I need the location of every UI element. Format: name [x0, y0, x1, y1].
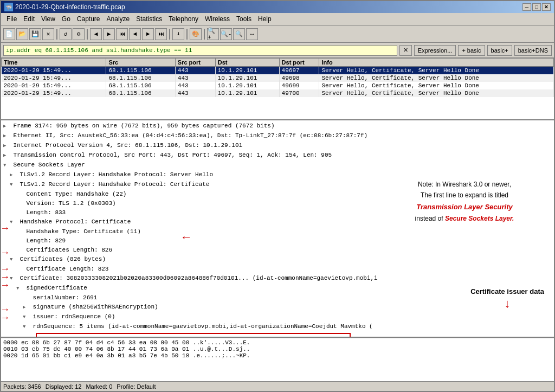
- cell-dst: 10.1.29.101: [215, 82, 279, 89]
- triangle-rdnsequence: ▼: [23, 323, 29, 331]
- close-button[interactable]: ✕: [542, 3, 551, 11]
- hex-content-3: 0020 1d 65 01 bb c1 e9 e4 0a 3b 01 a3 b5…: [3, 352, 250, 359]
- triangle-tls-cert: ▼: [10, 181, 16, 189]
- menu-statistics[interactable]: Statistics: [133, 14, 165, 24]
- expression-button[interactable]: Expression...: [414, 45, 456, 56]
- menu-go[interactable]: Go: [59, 14, 74, 24]
- table-row[interactable]: 2020-01-29 15:49... 68.1.115.106 443 10.…: [2, 74, 554, 82]
- basic-plus-dns-button[interactable]: basic+DNS: [514, 45, 552, 56]
- cell-src: 68.1.115.106: [106, 67, 175, 75]
- tls-server-hello-text: TLSv1.2 Record Layer: Handshake Protocol…: [20, 171, 213, 178]
- zoom-reset-button[interactable]: 🔍: [233, 28, 245, 40]
- col-info[interactable]: Info: [319, 59, 554, 67]
- zoom-out-button[interactable]: 🔍-: [220, 28, 232, 40]
- menu-tools[interactable]: Tools: [233, 14, 255, 24]
- triangle-frame: ▶: [3, 123, 10, 131]
- note-tls-label: Transmission Layer Security: [416, 203, 513, 211]
- triangle-issuer: ▼: [23, 313, 29, 322]
- menu-edit[interactable]: Edit: [20, 14, 38, 24]
- title-bar-buttons: ─ □ ✕: [522, 3, 551, 11]
- col-src-port[interactable]: Src port: [175, 59, 215, 67]
- minimize-button[interactable]: ─: [522, 3, 531, 11]
- toolbar-separator-5: [204, 29, 205, 40]
- filter-input[interactable]: [3, 45, 397, 56]
- forward-button[interactable]: ▶: [103, 28, 115, 40]
- status-bar: Packets: 3456 Displayed: 12 Marked: 0 Pr…: [1, 381, 554, 391]
- open-button[interactable]: 📂: [16, 28, 28, 40]
- autoscroll-button[interactable]: ⬇: [172, 28, 184, 40]
- signature-text: signature (sha256WithRSAEncryption): [33, 304, 158, 310]
- col-dst-port[interactable]: Dst port: [279, 59, 319, 67]
- rdnsequence-text: rdnSequence: 5 items (id-at-commonName=g…: [33, 323, 373, 330]
- cell-src: 68.1.115.106: [106, 82, 175, 89]
- cell-src-port: 443: [175, 67, 215, 75]
- cell-dst-port: 49697: [279, 67, 319, 75]
- issuer-text: issuer: rdnSequence (0): [33, 313, 115, 320]
- zoom-in-button[interactable]: 🔍+: [207, 28, 219, 40]
- detail-ethernet[interactable]: ▶ Ethernet II, Src: AsustekC_56:33:ea (0…: [3, 131, 552, 141]
- basic-plus-button[interactable]: basic+: [487, 45, 512, 56]
- detail-tcp[interactable]: ▶ Transmission Control Protocol, Src Por…: [3, 151, 552, 160]
- last-packet-button[interactable]: ⏭: [155, 28, 167, 40]
- detail-frame[interactable]: ▶ Frame 3174: 959 bytes on wire (7672 bi…: [3, 121, 552, 131]
- menu-telephony[interactable]: Telephony: [165, 14, 202, 24]
- packet-list[interactable]: Time Src Src port Dst Dst port Info 2020…: [1, 58, 554, 120]
- detail-signature[interactable]: ▶ signature (sha256WithRSAEncryption): [3, 303, 552, 312]
- filter-bar: ✕ Expression... + basic basic+ basic+DNS: [1, 43, 554, 58]
- cell-time: 2020-01-29 15:49...: [2, 89, 106, 97]
- basic-button[interactable]: + basic: [458, 45, 485, 56]
- menu-capture[interactable]: Capture: [74, 14, 104, 24]
- triangle-rdn1: ▶: [38, 336, 44, 338]
- cell-dst: 10.1.29.101: [215, 89, 279, 97]
- menu-file[interactable]: File: [3, 14, 20, 24]
- detail-ip[interactable]: ▶ Internet Protocol Version 4, Src: 68.1…: [3, 141, 552, 151]
- menu-wireless[interactable]: Wireless: [202, 14, 233, 24]
- triangle-signed-cert: ▼: [16, 285, 23, 293]
- close-capture-button[interactable]: ✕: [42, 28, 54, 40]
- col-src[interactable]: Src: [106, 59, 175, 67]
- status-profile: Profile: Default: [117, 383, 156, 390]
- cell-dst-port: 49699: [279, 82, 319, 89]
- title-bar-left: 🦈 2020-01-29-Qbot-infection-traffic.pcap: [4, 3, 125, 11]
- cert-issuer-arrow: ↓: [470, 297, 544, 311]
- detail-certificates[interactable]: ▼ Certificates (826 bytes): [3, 255, 552, 265]
- status-packets: Packets: 3456: [3, 383, 41, 390]
- reload-button[interactable]: ↺: [60, 28, 72, 40]
- table-row[interactable]: 2020-01-29 15:49... 68.1.115.106 443 10.…: [2, 89, 554, 97]
- new-file-button[interactable]: 📄: [3, 28, 15, 40]
- cell-dst-port: 49698: [279, 74, 319, 82]
- menu-view[interactable]: View: [38, 14, 59, 24]
- detail-rdnsequence[interactable]: ▼ rdnSequence: 5 items (id-at-commonName…: [3, 322, 552, 332]
- menu-analyze[interactable]: Analyze: [104, 14, 133, 24]
- triangle-ip: ▶: [3, 142, 10, 150]
- detail-signed-cert[interactable]: ▼ signedCertificate: [3, 284, 552, 293]
- rdn-item-1[interactable]: ▶ RDNSequence item: 1 item (id-at-countr…: [38, 335, 349, 338]
- table-row[interactable]: 2020-01-29 15:49... 68.1.115.106 443 10.…: [2, 67, 554, 75]
- detail-panel[interactable]: Note: In Wireshark 3.0 or newer, The fir…: [1, 120, 554, 338]
- first-packet-button[interactable]: ⏮: [116, 28, 128, 40]
- signed-cert-text: signedCertificate: [27, 285, 87, 291]
- packet-table: Time Src Src port Dst Dst port Info 2020…: [1, 58, 554, 97]
- main-window: 🦈 2020-01-29-Qbot-infection-traffic.pcap…: [0, 0, 555, 392]
- col-time[interactable]: Time: [2, 59, 106, 67]
- prev-packet-button[interactable]: ◄: [129, 28, 141, 40]
- ethernet-text: Ethernet II, Src: AsustekC_56:33:ea (04:…: [14, 132, 368, 139]
- toolbar-separator-2: [87, 29, 88, 40]
- detail-certificate-item[interactable]: ▼ Certificate: 308203333082021b02020a833…: [3, 274, 552, 284]
- next-packet-button[interactable]: ►: [142, 28, 154, 40]
- table-row[interactable]: 2020-01-29 15:49... 68.1.115.106 443 10.…: [2, 82, 554, 89]
- maximize-button[interactable]: □: [532, 3, 541, 11]
- back-button[interactable]: ◀: [90, 28, 102, 40]
- detail-issuer[interactable]: ▼ issuer: rdnSequence (0): [3, 312, 552, 322]
- color-button[interactable]: 🎨: [190, 28, 202, 40]
- col-dst[interactable]: Dst: [215, 59, 279, 67]
- resize-columns-button[interactable]: ↔: [246, 28, 258, 40]
- detail-ssl[interactable]: ▼ Secure Sockets Layer: [3, 160, 552, 170]
- serial-number-text: serialNumber: 2691: [33, 294, 98, 301]
- capture-options-button[interactable]: ⚙: [73, 28, 85, 40]
- filter-clear-button[interactable]: ✕: [399, 45, 412, 56]
- save-button[interactable]: 💾: [29, 28, 41, 40]
- detail-cert-length: Certificate Length: 823: [3, 265, 552, 274]
- detail-handshake-type: Handshake Type: Certificate (11): [3, 227, 552, 236]
- menu-help[interactable]: Help: [255, 14, 275, 24]
